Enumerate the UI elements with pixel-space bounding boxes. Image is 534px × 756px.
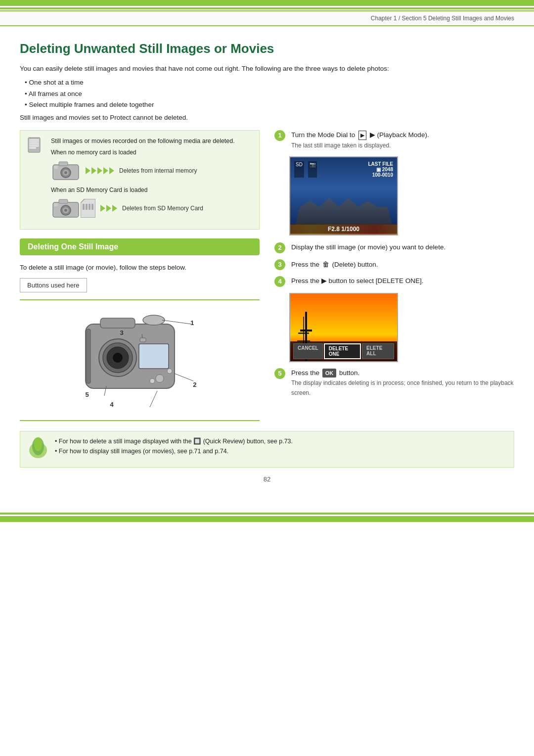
camera-indicator: 📷 [308,161,317,178]
playback-mode-icon: ▶ [358,131,366,140]
delete-menu-bar: CANCEL DELETE ONE ELETE ALL [290,341,397,361]
bullet-item: All frames at once [25,89,514,100]
step-num-1: 1 [274,130,285,141]
svg-rect-13 [59,199,68,203]
playback-bottom: F2.8 1/1000 [290,225,397,234]
step-1-text-before: Turn the Mode Dial to [291,131,355,139]
cancel-btn: CANCEL [293,343,323,359]
step-1-mode-text: ▶ (Playback Mode). [370,131,429,139]
frame-num: ▣ 2048 [368,167,393,172]
svg-rect-2 [29,142,39,142]
svg-rect-34 [140,338,146,342]
svg-rect-11 [54,166,58,169]
svg-rect-7 [59,162,68,166]
playback-overlay: SD 📷 LAST FILE ▣ 2048 100-0010 [290,159,397,180]
last-file-label: LAST FILE [368,161,393,167]
arrows-internal [86,167,114,174]
step-1-text: Turn the Mode Dial to ▶ ▶ (Playback Mode… [291,130,514,150]
step-num-5: 5 [274,368,285,379]
playback-image: SD 📷 LAST FILE ▣ 2048 100-0010 F2.8 1/10… [289,156,398,236]
step-3-before: Press the [291,261,319,268]
callout-4: 4 [110,401,114,408]
tower-arm1 [298,332,309,334]
cross-horizontal [300,330,312,331]
svg-rect-24 [100,318,135,328]
bottom-note-text: • For how to delete a still image displa… [55,436,293,462]
svg-rect-3 [29,143,39,144]
svg-rect-30 [139,344,169,369]
svg-rect-4 [29,145,39,146]
step-4-text: Press the ▶ button to select [DELETE ONE… [291,276,514,286]
right-column: 1 Turn the Mode Dial to ▶ ▶ (Playback Mo… [274,130,514,421]
bottom-note-line1: • For how to delete a still image displa… [55,436,293,446]
delete-all-btn: ELETE ALL [362,343,394,359]
note-text-line2: When no memory card is loaded [51,148,252,157]
svg-point-33 [150,378,155,383]
overlay-left: SD 📷 [294,161,317,178]
step-num-2: 2 [274,242,285,253]
step-2-text: Display the still image (or movie) you w… [291,242,514,252]
callout-1: 1 [190,319,194,327]
left-column: Still images or movies recorded on the f… [20,130,260,421]
step-5-sub: The display indicates deleting is in pro… [291,379,514,396]
svg-point-31 [156,375,164,382]
svg-rect-20 [86,204,88,210]
svg-rect-35 [87,329,90,383]
step-5-before: Press the [291,369,319,377]
leaf-icon [28,436,48,462]
svg-rect-5 [29,147,36,148]
leaf-camera-icon [28,436,48,459]
callout-5: 5 [86,391,89,398]
camera-row-sd: Deletes from SD Memory Card [51,197,252,219]
note-box: Still images or movies recorded on the f… [20,130,260,230]
svg-point-25 [143,315,165,325]
step-5-text: Press the OK button. The display indicat… [291,368,514,398]
step-3-after: (Delete) button. [332,261,378,268]
sunset-image: CANCEL DELETE ONE ELETE ALL [289,293,398,362]
bottom-note: • For how to delete a still image displa… [20,431,514,468]
section-header: Deleting One Still Image [20,238,260,255]
note-text-line1: Still images or movies recorded on the f… [51,137,252,146]
bridge-graphic [295,195,392,225]
note-text-content: Still images or movies recorded on the f… [51,137,252,223]
camera-svg-1 [51,160,81,182]
step-2: 2 Display the still image (or movie) you… [274,242,514,253]
protect-note: Still images and movies set to Protect c… [20,114,514,121]
step-5: 5 Press the OK button. The display indic… [274,368,514,398]
sd-label: When an SD Memory Card is loaded [51,186,252,194]
delete-one-btn: DELETE ONE [324,343,361,359]
overlay-right: LAST FILE ▣ 2048 100-0010 [368,161,393,178]
svg-point-32 [167,369,172,374]
buttons-used-box: Buttons used here [20,278,87,292]
svg-point-29 [113,353,123,363]
step-num-3: 3 [274,259,285,270]
delete-icon: 🗑 [322,260,329,268]
file-num: 100-0010 [368,172,393,178]
bullet-item: Select multiple frames and delete togeth… [25,99,514,111]
green-line-bottom [20,420,260,421]
svg-rect-1 [29,140,39,141]
callout-2: 2 [193,381,196,388]
deletes-sd-label: Deletes from SD Memory Card [122,204,203,213]
page-number: 82 [20,468,514,491]
camera-diagram: 1 3 2 4 5 [71,304,209,418]
sd-indicator: SD [294,161,304,178]
camera-diagram-svg [76,309,194,408]
step-num-4: 4 [274,276,285,287]
document-icon [27,137,45,157]
sd-card-icon [81,199,95,218]
buttons-used-label: Buttons used here [27,282,80,289]
top-bar-thin [0,7,534,9]
intro-text: You can easily delete still images and m… [20,63,514,74]
svg-point-10 [64,171,67,174]
page-content: Deleting Unwanted Still Images or Movies… [0,26,534,511]
bottom-note-line2: • For how to display still images (or mo… [55,446,293,456]
top-bar-thick [0,0,534,6]
arrows-sd [100,205,117,212]
header-strip: Chapter 1 / Section 5 Deleting Still Ima… [0,10,534,26]
svg-rect-17 [54,203,58,206]
green-line-top [20,299,260,300]
note-icon [27,137,45,223]
svg-rect-19 [83,204,85,210]
bullet-list: One shot at a time All frames at once Se… [25,77,514,111]
